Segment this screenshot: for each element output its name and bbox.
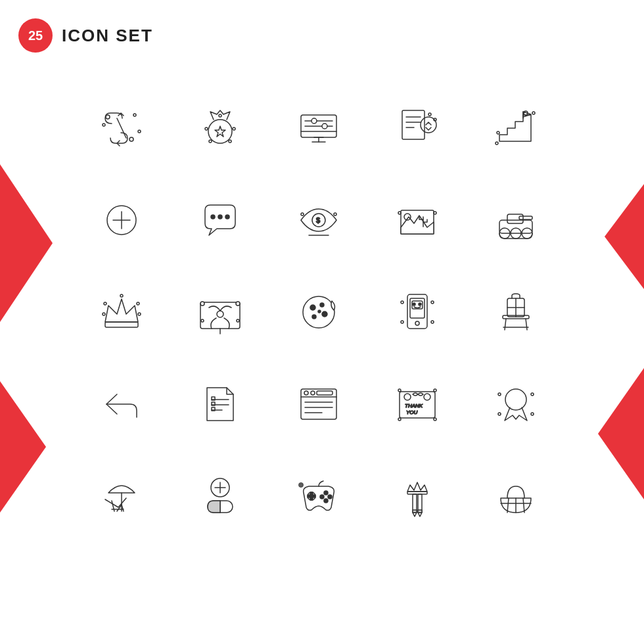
svg-point-60 <box>103 313 105 315</box>
crown-icon <box>79 269 164 355</box>
svg-point-118 <box>498 413 501 415</box>
svg-rect-144 <box>418 510 422 513</box>
svg-marker-6 <box>215 126 225 137</box>
svg-point-79 <box>419 303 421 306</box>
svg-point-26 <box>428 113 431 116</box>
svg-line-87 <box>526 319 527 330</box>
svg-line-146 <box>507 498 509 513</box>
svg-point-100 <box>304 391 308 395</box>
svg-rect-98 <box>301 389 336 419</box>
svg-rect-130 <box>310 492 313 500</box>
game-controller-icon <box>276 453 361 539</box>
medal-icon <box>177 85 263 171</box>
svg-point-32 <box>532 112 535 114</box>
deco-right-top <box>605 184 644 289</box>
deco-right-bottom <box>598 368 644 499</box>
svg-point-43 <box>301 213 304 216</box>
svg-point-57 <box>104 302 106 305</box>
svg-rect-143 <box>413 510 417 513</box>
svg-point-112 <box>434 389 436 392</box>
svg-rect-21 <box>402 110 425 139</box>
desert-map-icon <box>375 177 460 263</box>
svg-point-133 <box>324 499 328 503</box>
svg-line-86 <box>505 319 506 330</box>
svg-point-134 <box>320 495 324 499</box>
svg-point-3 <box>138 130 141 133</box>
chain-links-icon <box>79 85 164 171</box>
svg-point-67 <box>201 319 204 322</box>
beach-chair-icon <box>79 453 164 539</box>
svg-point-83 <box>401 321 403 323</box>
svg-point-68 <box>237 319 239 322</box>
svg-point-31 <box>497 131 499 134</box>
svg-point-11 <box>229 140 231 143</box>
badge-number: 25 <box>18 18 53 53</box>
luggage-icon <box>473 269 559 355</box>
medicine-plus-icon <box>177 453 263 539</box>
svg-point-61 <box>138 313 141 315</box>
svg-point-48 <box>398 212 401 214</box>
svg-point-73 <box>312 315 316 319</box>
svg-marker-142 <box>418 513 422 517</box>
svg-point-38 <box>218 215 222 219</box>
svg-point-132 <box>328 495 332 499</box>
svg-rect-138 <box>407 492 427 494</box>
document-process-icon <box>375 85 460 171</box>
svg-point-116 <box>498 393 501 396</box>
browser-icon <box>276 361 361 447</box>
svg-point-113 <box>398 418 401 421</box>
svg-rect-56 <box>105 322 138 327</box>
svg-point-58 <box>137 302 139 305</box>
header-badge: 25 ICON SET <box>18 18 153 53</box>
svg-point-78 <box>413 303 415 306</box>
svg-point-5 <box>208 120 232 143</box>
icon-grid: $ <box>66 72 578 552</box>
reply-icon <box>79 361 164 447</box>
basket-icon <box>473 453 559 539</box>
svg-point-64 <box>217 311 223 317</box>
svg-point-49 <box>434 212 436 214</box>
chat-bubble-icon <box>177 177 263 263</box>
eye-dollar-icon: $ <box>276 177 361 263</box>
svg-point-119 <box>531 413 534 415</box>
svg-text:THANK: THANK <box>405 403 423 409</box>
svg-point-20 <box>322 124 327 129</box>
svg-point-82 <box>431 301 434 304</box>
biohazard-sign-icon <box>177 269 263 355</box>
mobile-robot-icon <box>375 269 460 355</box>
svg-point-0 <box>106 115 110 119</box>
svg-point-101 <box>311 391 315 395</box>
ribbon-icon <box>473 361 559 447</box>
creative-writer-icon <box>375 453 460 539</box>
svg-point-8 <box>233 127 235 130</box>
svg-point-117 <box>531 393 534 396</box>
svg-line-148 <box>523 498 524 513</box>
svg-rect-96 <box>212 402 215 405</box>
svg-point-81 <box>401 301 403 304</box>
svg-point-115 <box>505 389 526 410</box>
svg-rect-102 <box>317 391 333 395</box>
deco-left-top <box>0 164 53 322</box>
svg-point-111 <box>398 389 401 392</box>
svg-point-33 <box>495 142 498 145</box>
svg-point-44 <box>334 213 336 216</box>
svg-point-80 <box>415 321 419 325</box>
svg-point-72 <box>322 311 327 317</box>
svg-point-65 <box>200 302 204 306</box>
stairs-goal-icon <box>473 85 559 171</box>
badge-title: ICON SET <box>62 26 153 46</box>
svg-point-66 <box>236 302 240 306</box>
svg-point-74 <box>318 310 321 313</box>
svg-text:$: $ <box>316 216 320 224</box>
svg-rect-51 <box>507 214 523 223</box>
tank-icon <box>473 177 559 263</box>
svg-rect-50 <box>499 220 532 233</box>
svg-point-59 <box>120 294 123 297</box>
svg-point-131 <box>324 491 328 495</box>
svg-point-1 <box>129 137 133 141</box>
thank-you-card-icon: THANK YOU <box>375 361 460 447</box>
svg-rect-95 <box>212 397 215 400</box>
svg-rect-52 <box>519 216 532 219</box>
svg-marker-141 <box>413 513 417 517</box>
svg-point-114 <box>434 418 436 421</box>
